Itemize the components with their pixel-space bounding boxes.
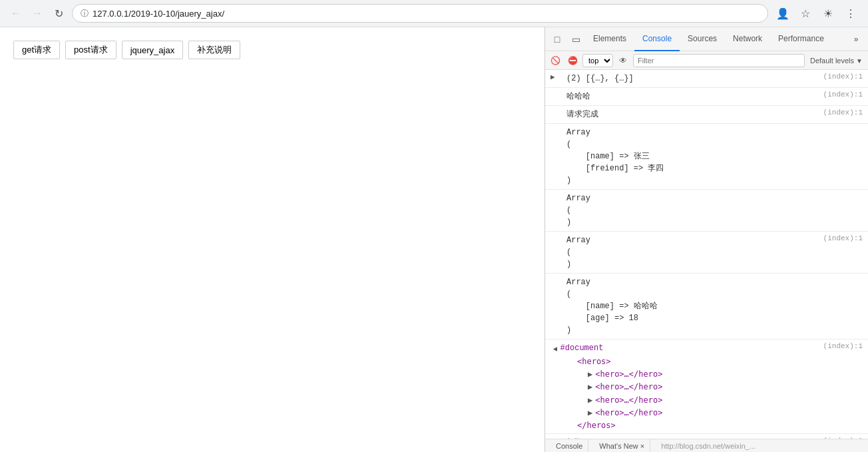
console-row: 请求完成 (index):1 (545, 106, 868, 124)
console-row-content: (2) [{…}, {…}] (545, 71, 808, 86)
bookmark-button[interactable]: ☆ (796, 4, 815, 23)
console-row-content: #document (558, 341, 808, 355)
console-row: Array ( [name] => 张三 [freiend] => 李四 ) (545, 124, 868, 190)
clear-console-icon[interactable]: 🚫 (548, 53, 562, 68)
post-request-button[interactable]: post请求 (65, 41, 116, 59)
back-button[interactable]: ← (8, 5, 24, 21)
eye-icon[interactable]: 👁 (616, 53, 630, 68)
console-row-source[interactable]: (index):1 (808, 89, 868, 100)
console-row-content: 哈哈哈 (545, 89, 808, 104)
page-content: get请求 post请求 jquery_ajax 补充说明 (0, 27, 544, 452)
console-row: Array ( ) (545, 190, 868, 232)
device-icon[interactable]: ▭ (566, 30, 585, 49)
filter-icon[interactable]: ⛔ (565, 53, 580, 68)
console-row-source[interactable]: (index):1 (808, 107, 868, 118)
address-bar: ⓘ 127.0.0.1/2019-10-10/jauery_ajax/ (72, 4, 768, 23)
default-levels[interactable]: Default levels ▼ (807, 57, 865, 65)
console-row-source[interactable]: (index):1 (808, 233, 868, 244)
profile-button[interactable]: 👤 (773, 4, 792, 23)
expand-arrow[interactable]: ▶ (550, 73, 555, 81)
get-request-button[interactable]: get请求 (13, 41, 60, 59)
toolbar-actions: 👤 ☆ ☀ ⋮ (773, 4, 860, 23)
tab-sources[interactable]: Sources (680, 27, 725, 51)
console-row-source[interactable]: (index):1 (808, 435, 868, 439)
devtools-panel: □ ▭ Elements Console Sources Network Per… (544, 27, 868, 452)
console-row-content: Array ( ) (545, 233, 808, 272)
console-row: Array ( [name] => 哈哈哈 [age] => 18 ) (545, 274, 868, 339)
cast-button[interactable]: ☀ (819, 4, 837, 23)
lock-icon: ⓘ (81, 8, 89, 19)
devtools-tabs: □ ▭ Elements Console Sources Network Per… (545, 27, 868, 51)
url-text: 127.0.0.1/2019-10-10/jauery_ajax/ (93, 9, 224, 19)
tab-network[interactable]: Network (725, 27, 770, 51)
console-row: ▶ (2) [{…}, {…}] (index):1 (545, 70, 868, 88)
more-tabs-button[interactable]: » (847, 30, 865, 49)
tab-elements[interactable]: Elements (585, 27, 634, 51)
supplement-button[interactable]: 补充说明 (188, 41, 240, 59)
console-row-content: 请求完成 (545, 107, 808, 122)
filter-input[interactable] (633, 54, 805, 67)
console-row-source[interactable]: (index):1 (808, 341, 868, 355)
expand-arrow[interactable]: ▼ (546, 347, 559, 351)
status-link: http://blog.csdn.net/weixin_... (656, 442, 863, 450)
status-whatsnew-tab[interactable]: What's New × (594, 439, 650, 452)
console-row-content: Array ( [name] => 哈哈哈 [age] => 18 ) (545, 275, 808, 338)
console-row-source[interactable]: (index):1 (808, 71, 868, 82)
context-select[interactable]: top (582, 54, 613, 67)
inspect-icon[interactable]: □ (548, 30, 566, 49)
tab-console[interactable]: Console (634, 27, 680, 51)
forward-button[interactable]: → (29, 5, 45, 21)
devtools-status: Console What's New × http://blog.csdn.ne… (545, 439, 868, 452)
menu-button[interactable]: ⋮ (841, 4, 860, 23)
status-console-tab[interactable]: Console (550, 439, 588, 452)
reload-button[interactable]: ↻ (51, 5, 67, 21)
console-output: ▶ (2) [{…}, {…}] (index):1 哈哈哈 (index):1… (545, 70, 868, 439)
console-row-content: Array ( [name] => 张三 [freiend] => 李四 ) (545, 125, 808, 188)
console-row: 哈哈哈 (index):1 (545, 88, 868, 106)
console-row: 凯隐 (index):1 (545, 434, 868, 439)
console-row: ▼ #document (index):1 <heros> ▶ <hero>…<… (545, 339, 868, 434)
browser-toolbar: ← → ↻ ⓘ 127.0.0.1/2019-10-10/jauery_ajax… (0, 0, 868, 27)
console-row-content: Array ( ) (545, 191, 808, 230)
console-toolbar: 🚫 ⛔ top 👁 Default levels ▼ (545, 51, 868, 70)
console-row-content: 凯隐 (545, 435, 808, 439)
page-buttons: get请求 post请求 jquery_ajax 补充说明 (13, 41, 531, 59)
console-row: Array ( ) (index):1 (545, 232, 868, 274)
xml-children: <heros> ▶ <hero>…</hero> ▶ <hero>…</hero… (545, 355, 868, 432)
jquery-ajax-button[interactable]: jquery_ajax (122, 41, 184, 59)
tab-performance[interactable]: Performance (770, 27, 832, 51)
